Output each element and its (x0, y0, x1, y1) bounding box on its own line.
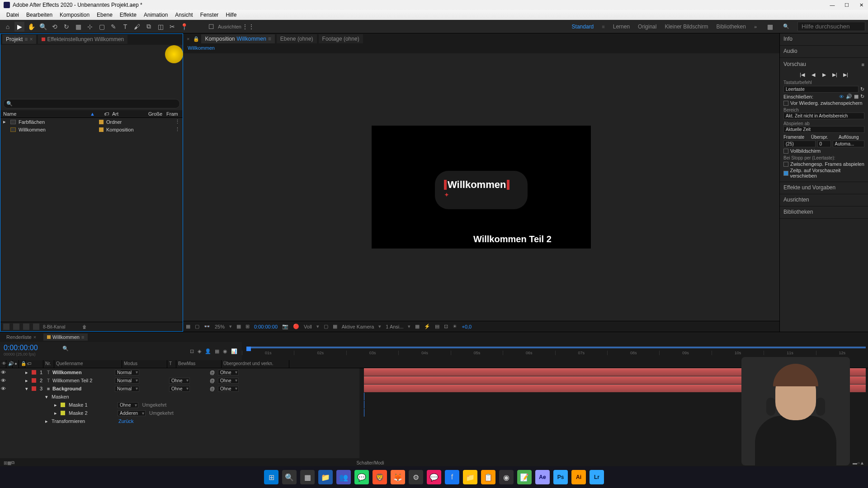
item-menu-icon[interactable]: ⋮ (175, 119, 180, 125)
parent-pick-icon[interactable]: @ (210, 378, 218, 383)
workspace-kleiner[interactable]: Kleiner Bildschirm (665, 23, 708, 30)
col-modus[interactable]: Modus (122, 360, 167, 368)
zoom-in-icon[interactable]: ▲ (860, 460, 864, 465)
mask-color-icon[interactable] (61, 411, 65, 415)
last-frame-button[interactable]: ▶| (842, 71, 849, 78)
move-time-checkbox[interactable] (783, 171, 788, 176)
illustrator-icon[interactable]: Ai (571, 470, 586, 484)
expand-icon[interactable]: ▾ (25, 386, 31, 392)
motion-blur-icon[interactable]: ◉ (223, 348, 227, 354)
project-search[interactable]: 🔍 (3, 99, 180, 108)
new-comp-icon[interactable] (23, 324, 29, 330)
cam-chevron-icon[interactable]: ▾ (378, 324, 381, 329)
zoom-tool[interactable]: 🔍 (38, 22, 48, 32)
res-dropdown[interactable]: Automa... (833, 141, 865, 147)
video-icon[interactable]: 👁 (839, 94, 844, 99)
grid-icon[interactable]: ⊞ (245, 324, 250, 329)
teams-icon[interactable]: 👥 (336, 470, 351, 484)
text-tool[interactable]: T (120, 22, 130, 32)
mask-1-row[interactable]: ▸ Maske 1 Ohne Umgekehrt (0, 401, 359, 409)
anchor-point-icon[interactable]: ✦ (444, 191, 449, 198)
app-icon[interactable]: ⚙ (409, 470, 423, 484)
mask-2-row[interactable]: ▸ Maske 2 Addieren Umgekehrt (0, 409, 359, 417)
label-color[interactable] (32, 386, 36, 391)
comp-breadcrumb[interactable]: Willkommen (183, 44, 779, 53)
tab-footage[interactable]: Footage (ohne) (319, 34, 363, 43)
help-search-input[interactable] (797, 22, 865, 31)
trkmat-dropdown[interactable]: Ohne (169, 378, 190, 384)
info-panel-header[interactable]: Info (780, 33, 868, 46)
parent-dropdown[interactable]: Ohne (218, 378, 239, 384)
play-button[interactable]: ▶ (821, 71, 828, 78)
lightroom-icon[interactable]: Lr (590, 470, 604, 484)
transform-group[interactable]: ▸ Transformieren Zurück (0, 417, 359, 425)
app-icon-2[interactable]: 📋 (481, 470, 495, 484)
alpha-icon[interactable]: ▦ (186, 324, 190, 329)
pixel-icon[interactable]: ▦ (415, 324, 420, 329)
next-frame-button[interactable]: ▶| (831, 71, 839, 78)
trash-icon[interactable]: 🗑 (82, 324, 87, 329)
after-effects-icon[interactable]: Ae (535, 470, 550, 484)
tab-menu-icon[interactable]: ≡ (24, 36, 28, 42)
menu-komposition[interactable]: Komposition (56, 11, 93, 19)
col-quellenname[interactable]: Quellenname (54, 360, 122, 368)
expand-icon[interactable]: ▸ (54, 402, 57, 408)
workspace-original[interactable]: Original (638, 23, 656, 30)
layer-row-1[interactable]: 👁 ▸ 1 T Willkommen Normal @ Ohne (0, 368, 359, 376)
puppet-tool[interactable]: 📍 (179, 22, 189, 32)
minimize-button[interactable]: — (829, 2, 835, 8)
explorer-icon[interactable]: 📁 (318, 470, 333, 484)
label-color[interactable] (32, 378, 36, 383)
res-chevron-icon[interactable]: ▾ (316, 324, 319, 329)
mask-name[interactable]: Maske 1 (69, 402, 114, 408)
range-dropdown[interactable]: Akt. Zeit nicht in Arbeitsbereich (783, 113, 864, 119)
col-t[interactable]: T (167, 360, 176, 368)
col-fram[interactable]: Fram (166, 111, 180, 117)
cache-checkbox[interactable] (783, 101, 788, 106)
tab-projekt[interactable]: Projekt ≡ × (2, 35, 36, 44)
region-icon[interactable]: ▢ (324, 324, 328, 329)
exposure-value[interactable]: +0,0 (462, 324, 472, 329)
expand-icon[interactable]: ▸ (25, 370, 31, 375)
snap-opts-icon[interactable]: ⋮⋮ (243, 22, 253, 32)
framerate-dropdown[interactable]: (25) (783, 141, 816, 147)
task-view-button[interactable]: ▦ (300, 470, 315, 484)
workspace-lernen[interactable]: Lernen (613, 23, 630, 30)
tab-ebene[interactable]: Ebene (ohne) (277, 34, 317, 43)
mask-mode-dropdown[interactable]: Ohne (118, 402, 138, 408)
masks-group[interactable]: ▾ Masken (0, 393, 359, 401)
tab-komposition[interactable]: Komposition Willkommen ≡ (201, 34, 274, 43)
new-folder-icon[interactable] (13, 324, 19, 330)
audio-column-icon[interactable]: 🔊 (6, 360, 13, 368)
tab-close-icon[interactable]: × (185, 36, 191, 42)
col-bewmas[interactable]: BewMas (176, 360, 222, 368)
audio-panel-header[interactable]: Audio (780, 46, 868, 58)
mask-icon[interactable]: ▢ (195, 324, 199, 329)
expand-icon[interactable]: ▸ (54, 410, 57, 416)
comp-mini-flowchart-icon[interactable]: ⊡ (190, 348, 194, 354)
rotation-tool[interactable]: ↻ (61, 22, 71, 32)
workspace-bibliotheken[interactable]: Bibliotheken (716, 23, 745, 30)
switches-modes-toggle[interactable]: Schalter/Modi (356, 460, 384, 465)
expand-icon[interactable]: ▸ (3, 119, 8, 125)
res-icon[interactable]: ▦ (236, 324, 241, 329)
playfrom-dropdown[interactable]: Aktuelle Zeit (783, 126, 864, 133)
sort-arrow-icon[interactable]: ▲ (90, 111, 95, 117)
search-button[interactable]: 🔍 (282, 470, 297, 484)
parent-dropdown[interactable]: Ohne (218, 370, 239, 375)
menu-ebene[interactable]: Ebene (93, 11, 116, 19)
menu-hilfe[interactable]: Hilfe (222, 11, 240, 19)
camera-dropdown[interactable]: Aktive Kamera (342, 324, 374, 329)
snap-checkbox[interactable]: ☐ (206, 22, 216, 32)
photoshop-icon[interactable]: Ps (553, 470, 568, 484)
zoom-dropdown[interactable]: 25% (215, 324, 225, 329)
selection-tool[interactable]: ▶ (14, 22, 24, 32)
prev-frame-button[interactable]: ◀ (810, 71, 817, 78)
lock-column-icon[interactable]: 🔒 (19, 360, 25, 368)
maximize-button[interactable]: ☐ (844, 2, 850, 8)
transparency-icon[interactable]: ▦ (333, 324, 337, 329)
exposure-icon[interactable]: ☀ (453, 324, 457, 329)
zoom-chevron-icon[interactable]: ▾ (229, 324, 232, 329)
visibility-toggle[interactable]: 👁 (0, 370, 6, 375)
workspace-more-icon[interactable]: » (754, 24, 757, 29)
